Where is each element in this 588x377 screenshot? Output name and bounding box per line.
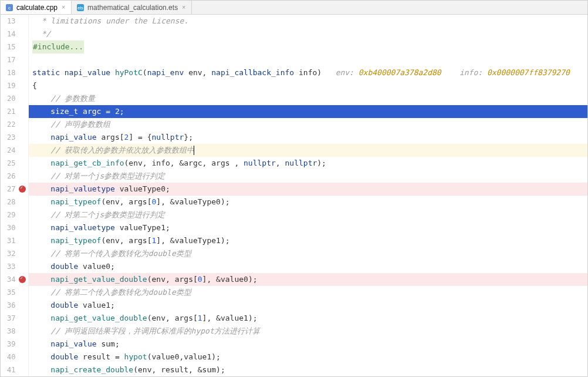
code-line[interactable]: napi_value sum;: [29, 338, 587, 351]
line-number: 32: [1, 250, 16, 258]
code-line[interactable]: napi_value args[2] = {nullptr};: [29, 131, 587, 144]
line-number: 17: [1, 56, 16, 64]
close-icon[interactable]: ×: [60, 5, 66, 11]
close-icon[interactable]: ×: [181, 5, 187, 11]
gutter-row[interactable]: 38: [1, 325, 28, 338]
tab-math-calc-ets[interactable]: ets mathematical_calculation.ets ×: [72, 1, 192, 14]
line-number: 37: [1, 314, 16, 322]
code-line[interactable]: // 将第一个传入参数转化为double类型: [29, 247, 587, 260]
gutter-row[interactable]: 33: [1, 260, 28, 273]
code-line[interactable]: * limitations under the License.: [29, 15, 587, 28]
code-line[interactable]: napi_get_value_double(env, args[1], &val…: [29, 312, 587, 325]
svg-text:ets: ets: [77, 6, 83, 10]
gutter-row[interactable]: 13: [1, 15, 28, 28]
gutter-row[interactable]: 39: [1, 338, 28, 351]
gutter-row[interactable]: 28: [1, 196, 28, 208]
code-line[interactable]: double value0;: [29, 260, 587, 273]
gutter-row[interactable]: 32: [1, 247, 28, 260]
line-number: 22: [1, 120, 16, 129]
line-number: 40: [1, 353, 16, 361]
line-number: 41: [1, 366, 16, 374]
gutter-row[interactable]: 23: [1, 131, 28, 144]
ets-file-icon: ets: [76, 4, 85, 12]
line-number: 23: [1, 133, 16, 142]
gutter-row[interactable]: 31: [1, 234, 28, 247]
line-number: 18: [1, 69, 16, 77]
tab-label: calculate.cpp: [16, 4, 58, 12]
line-number: 28: [1, 198, 16, 206]
line-number: 33: [1, 262, 16, 271]
line-number: 26: [1, 172, 16, 180]
code-line[interactable]: */: [29, 28, 587, 41]
code-line[interactable]: double result = hypot(value0,value1);: [29, 351, 587, 363]
gutter[interactable]: 1314151718192021222324252627282930313233…: [1, 15, 29, 376]
gutter-row[interactable]: 34: [1, 273, 28, 286]
code-line[interactable]: // 声明返回结果字段，并调用C标准库的hypot方法进行计算: [29, 325, 587, 338]
code-line[interactable]: #include...: [29, 41, 587, 53]
gutter-row[interactable]: 24: [1, 144, 28, 157]
line-number: 13: [1, 17, 16, 25]
gutter-row[interactable]: 20: [1, 92, 28, 105]
line-number: 30: [1, 224, 16, 232]
gutter-marker[interactable]: [16, 276, 28, 283]
code-line[interactable]: napi_valuetype valueType1;: [29, 221, 587, 234]
gutter-row[interactable]: 35: [1, 286, 28, 299]
code-line[interactable]: napi_get_cb_info(env, info, &argc, args …: [29, 157, 587, 170]
line-number: 35: [1, 288, 16, 297]
line-number: 34: [1, 275, 16, 284]
code-line[interactable]: // 获取传入的参数并依次放入参数数组中: [29, 144, 587, 157]
breakpoint-icon[interactable]: [19, 186, 26, 193]
gutter-row[interactable]: 37: [1, 312, 28, 325]
gutter-row[interactable]: 15: [1, 41, 28, 53]
code-area[interactable]: * limitations under the License. */#incl…: [29, 15, 587, 376]
code-line[interactable]: size_t argc = 2;: [29, 105, 587, 118]
code-line[interactable]: // 声明参数数组: [29, 118, 587, 131]
tab-label: mathematical_calculation.ets: [87, 4, 178, 12]
editor-tabs: c calculate.cpp × ets mathematical_calcu…: [1, 1, 587, 15]
line-number: 38: [1, 327, 16, 335]
line-number: 21: [1, 107, 16, 116]
line-number: 24: [1, 146, 16, 154]
gutter-marker[interactable]: [16, 186, 28, 193]
gutter-row[interactable]: 21: [1, 105, 28, 118]
code-line[interactable]: static napi_value hyPotC(napi_env env, n…: [29, 66, 587, 79]
gutter-row[interactable]: 30: [1, 221, 28, 234]
gutter-row[interactable]: 14: [1, 28, 28, 41]
gutter-row[interactable]: 19: [1, 79, 28, 92]
line-number: 14: [1, 30, 16, 38]
gutter-row[interactable]: 36: [1, 299, 28, 312]
gutter-row[interactable]: 22: [1, 118, 28, 131]
line-number: 19: [1, 82, 16, 90]
gutter-row[interactable]: 41: [1, 363, 28, 376]
code-line[interactable]: double value1;: [29, 299, 587, 312]
code-line[interactable]: // 对第一个js参数类型进行判定: [29, 170, 587, 183]
code-editor[interactable]: 1314151718192021222324252627282930313233…: [1, 15, 587, 376]
code-line[interactable]: [29, 53, 587, 66]
line-number: 27: [1, 185, 16, 193]
line-number: 20: [1, 95, 16, 103]
gutter-row[interactable]: 25: [1, 157, 28, 170]
breakpoint-icon[interactable]: [19, 276, 26, 283]
gutter-row[interactable]: 29: [1, 208, 28, 221]
code-line[interactable]: napi_typeof(env, args[1], &valueType1);: [29, 234, 587, 247]
line-number: 39: [1, 340, 16, 348]
gutter-row[interactable]: 40: [1, 351, 28, 363]
gutter-row[interactable]: 27: [1, 183, 28, 196]
line-number: 25: [1, 159, 16, 167]
gutter-row[interactable]: 18: [1, 66, 28, 79]
code-line[interactable]: napi_create_double(env, result, &sum);: [29, 363, 587, 376]
code-line[interactable]: napi_get_value_double(env, args[0], &val…: [29, 273, 587, 286]
text-cursor: [194, 146, 194, 155]
gutter-row[interactable]: 26: [1, 170, 28, 183]
tab-calculate-cpp[interactable]: c calculate.cpp ×: [1, 1, 72, 14]
code-line[interactable]: // 对第二个js参数类型进行判定: [29, 208, 587, 221]
code-line[interactable]: napi_valuetype valueType0;: [29, 183, 587, 196]
gutter-row[interactable]: 17: [1, 53, 28, 66]
line-number: 15: [1, 43, 16, 51]
cpp-file-icon: c: [5, 4, 13, 12]
code-line[interactable]: {: [29, 79, 587, 92]
line-number: 31: [1, 237, 16, 245]
code-line[interactable]: // 将第二个传入参数转化为double类型: [29, 286, 587, 299]
code-line[interactable]: // 参数数量: [29, 92, 587, 105]
code-line[interactable]: napi_typeof(env, args[0], &valueType0);: [29, 196, 587, 208]
